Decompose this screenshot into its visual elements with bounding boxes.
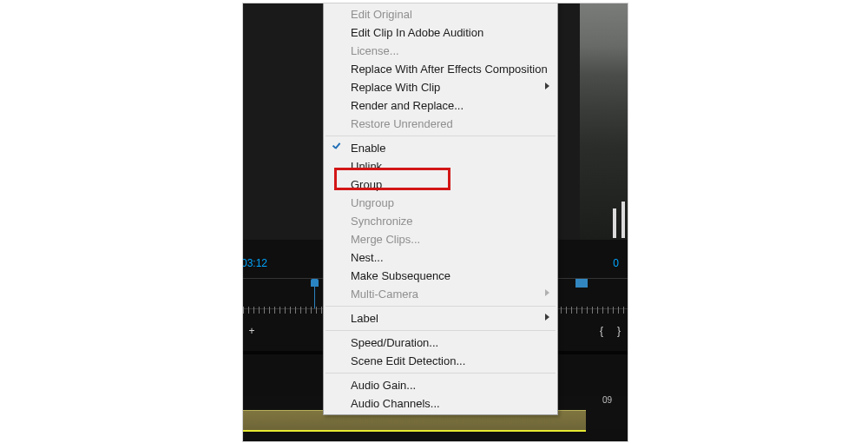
menu-replace-with-ae-comp[interactable]: Replace With After Effects Composition: [325, 60, 556, 78]
menu-group[interactable]: Group: [325, 175, 556, 194]
add-marker-button[interactable]: +: [243, 325, 260, 337]
checkmark-icon: [332, 143, 341, 151]
menu-multi-camera: Multi-Camera: [325, 285, 556, 303]
menu-separator: [326, 373, 556, 374]
playhead-timecode[interactable]: 03:12: [242, 257, 267, 269]
menu-ungroup: Ungroup: [325, 194, 556, 212]
submenu-arrow-icon: [545, 314, 549, 321]
menu-separator: [326, 330, 556, 331]
menu-label-label: Label: [351, 312, 378, 325]
menu-multi-camera-label: Multi-Camera: [351, 288, 418, 301]
menu-separator: [326, 306, 556, 307]
menu-restore-unrendered: Restore Unrendered: [325, 115, 556, 133]
menu-separator: [326, 136, 556, 136]
video-frame-content: [580, 3, 628, 240]
menu-render-and-replace[interactable]: Render and Replace...: [325, 96, 556, 115]
menu-speed-duration[interactable]: Speed/Duration...: [325, 334, 556, 352]
menu-make-subsequence[interactable]: Make Subsequence: [325, 267, 556, 285]
menu-replace-with-clip-label: Replace With Clip: [351, 81, 440, 94]
menu-audio-gain[interactable]: Audio Gain...: [325, 376, 556, 394]
menu-unlink[interactable]: Unlink: [325, 157, 556, 175]
timeline-ruler-label: 09: [602, 395, 612, 405]
menu-synchronize: Synchronize: [325, 212, 556, 230]
mark-in-button[interactable]: {: [593, 325, 610, 337]
menu-scene-edit-detection[interactable]: Scene Edit Detection...: [325, 352, 556, 370]
mini-playhead[interactable]: [311, 279, 319, 287]
menu-enable[interactable]: Enable: [325, 139, 556, 157]
menu-edit-in-audition[interactable]: Edit Clip In Adobe Audition: [325, 23, 556, 42]
menu-edit-original: Edit Original: [325, 5, 556, 23]
menu-audio-channels[interactable]: Audio Channels...: [325, 394, 556, 413]
menu-merge-clips: Merge Clips...: [325, 230, 556, 248]
out-point-marker[interactable]: [579, 279, 588, 288]
menu-enable-label: Enable: [351, 142, 385, 155]
menu-label[interactable]: Label: [325, 309, 556, 327]
menu-license: License...: [325, 42, 556, 60]
mark-out-button[interactable]: }: [610, 325, 628, 337]
app-window: 03:12 0 + { } ut 09 Edit Original Edit C…: [242, 3, 628, 442]
clip-context-menu: Edit Original Edit Clip In Adobe Auditio…: [323, 3, 558, 415]
submenu-arrow-icon: [545, 83, 549, 89]
submenu-arrow-icon: [545, 289, 549, 296]
menu-replace-with-clip[interactable]: Replace With Clip: [325, 78, 556, 96]
duration-timecode[interactable]: 0: [613, 257, 619, 269]
menu-nest[interactable]: Nest...: [325, 248, 556, 267]
